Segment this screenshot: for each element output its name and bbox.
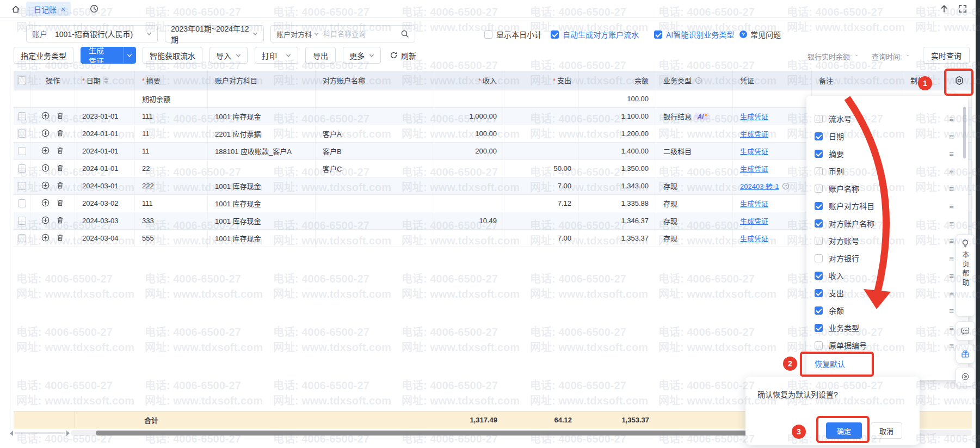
column-settings-item[interactable]: 对方账户名称≡: [806, 214, 968, 232]
delete-row-icon[interactable]: [56, 234, 64, 243]
column-settings-item[interactable]: 账户对方科目≡: [806, 197, 968, 214]
daily-subtotal-checkbox-group[interactable]: 显示本日小计: [484, 29, 542, 40]
promotions-button[interactable]: [956, 344, 975, 364]
column-settings-item[interactable]: 业务类型≡: [806, 319, 968, 336]
column-checkbox[interactable]: [815, 185, 823, 193]
fixed-columns-scrollbar[interactable]: [10, 430, 70, 436]
delete-row-icon[interactable]: [56, 216, 64, 226]
drag-handle-icon[interactable]: ≡: [949, 132, 954, 140]
add-row-icon[interactable]: [41, 181, 50, 191]
info-circle-icon[interactable]: ?: [695, 77, 702, 84]
column-checkbox[interactable]: [815, 272, 823, 280]
column-checkbox[interactable]: [815, 254, 823, 262]
collapse-widget-button[interactable]: [956, 367, 975, 386]
add-row-icon[interactable]: [41, 216, 50, 226]
column-settings-item[interactable]: 日期≡: [806, 127, 968, 145]
drag-handle-icon[interactable]: ≡: [949, 306, 954, 315]
auto-flow-checkbox-group[interactable]: 自动生成对方账户流水: [551, 29, 639, 40]
period-select[interactable]: 2023年01期~2024年12期: [165, 25, 264, 42]
drag-handle-icon[interactable]: ≡: [949, 185, 954, 193]
generate-voucher-link[interactable]: 生成凭证: [740, 163, 768, 174]
sort-icon[interactable]: [104, 77, 108, 84]
fullscreen-button[interactable]: [958, 4, 967, 14]
column-checkbox[interactable]: [815, 132, 823, 140]
subject-search-input[interactable]: [323, 30, 400, 38]
add-row-icon[interactable]: [41, 112, 50, 121]
unlink-voucher-icon[interactable]: [782, 182, 790, 190]
chevron-down-icon[interactable]: [124, 47, 136, 63]
add-row-icon[interactable]: [41, 129, 50, 139]
header-date[interactable]: 日期: [75, 71, 135, 90]
column-settings-item[interactable]: 对方银行≡: [806, 249, 968, 267]
search-icon[interactable]: [400, 29, 409, 38]
account-select[interactable]: 账户 1001-招商银行(人民币): [26, 25, 158, 42]
column-settings-item[interactable]: 原单据编号≡: [806, 336, 968, 354]
row-checkbox[interactable]: [18, 112, 26, 120]
row-checkbox[interactable]: [18, 182, 26, 190]
column-checkbox[interactable]: [815, 115, 823, 123]
column-settings-item[interactable]: 余额≡: [806, 302, 968, 319]
column-checkbox[interactable]: [815, 219, 823, 228]
column-settings-item[interactable]: 收入≡: [806, 267, 968, 284]
smart-fetch-button[interactable]: 智能获取流水: [143, 47, 202, 64]
column-settings-item[interactable]: 摘要≡: [806, 145, 968, 162]
generate-voucher-link[interactable]: 生成凭证: [740, 111, 768, 121]
row-checkbox[interactable]: [18, 147, 26, 155]
delete-row-icon[interactable]: [56, 164, 64, 174]
column-checkbox[interactable]: [815, 237, 823, 245]
delete-row-icon[interactable]: [56, 112, 64, 121]
column-checkbox[interactable]: [815, 341, 823, 349]
voucher-number-link[interactable]: 202403 转-1: [740, 181, 779, 191]
home-button[interactable]: [9, 3, 23, 16]
realtime-query-button[interactable]: 实时查询: [923, 47, 970, 64]
generate-voucher-button[interactable]: 生成凭证: [81, 47, 136, 64]
generate-voucher-link[interactable]: 生成凭证: [740, 233, 768, 243]
column-checkbox[interactable]: [815, 289, 823, 297]
assign-biz-type-button[interactable]: 指定业务类型: [14, 47, 73, 64]
drag-handle-icon[interactable]: ≡: [949, 324, 954, 332]
row-checkbox[interactable]: [18, 199, 26, 207]
add-row-icon[interactable]: [41, 234, 50, 243]
generate-voucher-link[interactable]: 生成凭证: [740, 146, 768, 156]
page-help-widget[interactable]: 本页帮助: [956, 234, 975, 317]
scroll-top-button[interactable]: [939, 4, 949, 14]
scroll-left-icon[interactable]: [10, 431, 13, 436]
daily-subtotal-checkbox[interactable]: [484, 30, 492, 39]
column-settings-item[interactable]: 账户名称≡: [806, 180, 968, 197]
scroll-right-icon[interactable]: [66, 431, 70, 436]
select-all-checkbox[interactable]: [18, 76, 26, 84]
row-checkbox[interactable]: [18, 217, 26, 225]
column-checkbox[interactable]: [815, 202, 823, 210]
ai-recognize-checkbox[interactable]: [654, 30, 662, 39]
drag-handle-icon[interactable]: ≡: [949, 289, 954, 297]
column-settings-item[interactable]: 流水号≡: [806, 110, 968, 127]
delete-row-icon[interactable]: [56, 146, 64, 156]
delete-row-icon[interactable]: [56, 181, 64, 191]
feedback-button[interactable]: [956, 321, 975, 341]
column-settings-item[interactable]: 对方账号≡: [806, 232, 968, 249]
history-button[interactable]: [89, 4, 99, 14]
drag-handle-icon[interactable]: ≡: [949, 202, 954, 210]
delete-row-icon[interactable]: [56, 199, 64, 208]
drag-handle-icon[interactable]: ≡: [949, 237, 954, 245]
drag-handle-icon[interactable]: ≡: [949, 272, 954, 280]
column-settings-item[interactable]: 支出≡: [806, 284, 968, 302]
subject-type-select[interactable]: 账户对方科: [276, 29, 319, 39]
tab-close-icon[interactable]: ×: [61, 5, 65, 13]
column-settings-gear-icon[interactable]: [954, 75, 965, 86]
tab-journal[interactable]: 日记账 ×: [26, 2, 71, 16]
drag-handle-icon[interactable]: ≡: [949, 219, 954, 228]
drag-handle-icon[interactable]: ≡: [949, 167, 954, 175]
more-button[interactable]: 更多: [343, 47, 381, 64]
row-checkbox[interactable]: [18, 130, 26, 138]
row-checkbox[interactable]: [18, 234, 26, 242]
add-row-icon[interactable]: [41, 199, 50, 208]
ai-recognize-checkbox-group[interactable]: AI智能识别业务类型: [654, 29, 734, 40]
confirm-button[interactable]: 确定: [826, 422, 862, 439]
export-button[interactable]: 导出: [305, 47, 336, 64]
drag-handle-icon[interactable]: ≡: [949, 115, 954, 123]
column-checkbox[interactable]: [815, 167, 823, 175]
delete-row-icon[interactable]: [56, 129, 64, 139]
faq-link[interactable]: ? 常见问题: [739, 29, 781, 40]
generate-voucher-link[interactable]: 生成凭证: [740, 128, 768, 139]
